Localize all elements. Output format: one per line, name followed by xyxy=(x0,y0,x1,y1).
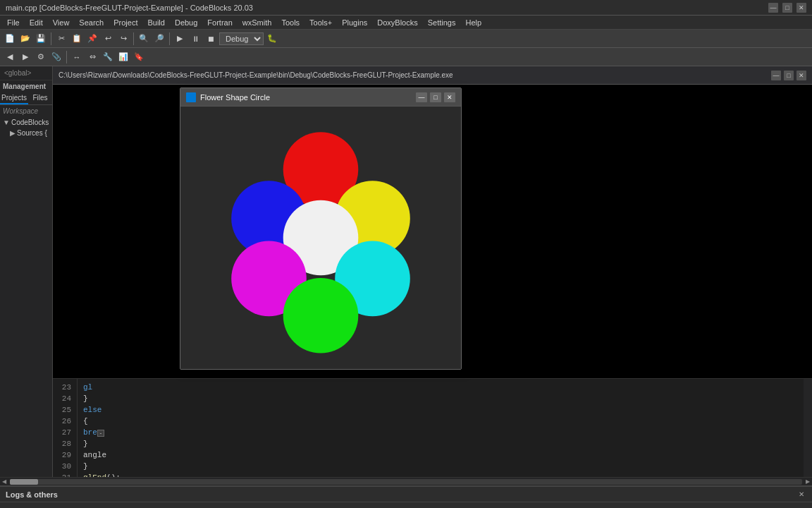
tb2-icon-7[interactable]: 🔧 xyxy=(101,50,115,64)
collapse-btn-27[interactable]: - xyxy=(97,430,104,437)
tb2-icon-4[interactable]: 📎 xyxy=(49,50,63,64)
logs-title: Logs & others ✕ xyxy=(0,487,812,502)
menu-item-fortran[interactable]: Fortran xyxy=(203,18,236,28)
code-panel: 23 24 25 26 27 28 29 30 31 gl } else xyxy=(53,378,812,477)
debug-select[interactable]: Debug xyxy=(219,32,264,45)
redo-icon[interactable]: ↪ xyxy=(116,32,130,46)
tb2-icon-9[interactable]: 🔖 xyxy=(132,50,146,64)
flower-title-bar[interactable]: Flower Shape Circle — □ ✕ xyxy=(180,88,461,107)
line-num-31: 31 xyxy=(53,472,71,477)
sources-tree-item[interactable]: ▶ Sources { xyxy=(0,128,52,138)
line-num-25: 25 xyxy=(53,404,71,416)
open-file-icon[interactable]: 📂 xyxy=(18,32,32,46)
scroll-left-btn[interactable]: ◀ xyxy=(0,478,8,486)
projects-tab[interactable]: Projects xyxy=(0,92,28,104)
left-panel: <global> Management Projects Files Works… xyxy=(0,66,53,477)
code-line-31: glEnd(); xyxy=(83,472,798,477)
scroll-right-btn[interactable]: ▶ xyxy=(804,478,812,486)
title-bar-text: main.cpp [CodeBlocks-FreeGLUT-Project-Ex… xyxy=(6,4,253,12)
h-scroll-thumb[interactable] xyxy=(10,479,38,485)
line-num-26: 26 xyxy=(53,416,71,427)
menu-item-view[interactable]: View xyxy=(49,18,74,28)
flower-minimize[interactable]: — xyxy=(416,92,427,102)
flower-svg xyxy=(204,118,437,358)
flower-title-text: Flower Shape Circle xyxy=(200,93,416,102)
run-icon[interactable]: ▶ xyxy=(173,32,187,46)
code-line-23: gl xyxy=(83,382,798,393)
editor-area: oat glTranslatefZ, int red, C:\Users\Riz… xyxy=(53,66,812,477)
tb2-icon-3[interactable]: ⚙ xyxy=(34,50,48,64)
line-num-28: 28 xyxy=(53,438,71,449)
toolbar2: ◀ ▶ ⚙ 📎 ↔ ⇔ 🔧 📊 🔖 xyxy=(0,48,812,66)
codeblocks-tree-item[interactable]: ▼ CodeBlocks xyxy=(0,117,52,128)
global-label: <global> xyxy=(0,66,52,80)
stop-icon[interactable]: ⏹ xyxy=(204,32,218,46)
line-num-24: 24 xyxy=(53,393,71,404)
flower-app-icon xyxy=(186,92,196,102)
tb2-icon-6[interactable]: ⇔ xyxy=(85,50,99,64)
files-tab[interactable]: Files xyxy=(28,92,52,104)
code-line-27: bre- xyxy=(83,427,798,438)
toolbar-sep-2 xyxy=(133,32,134,45)
menu-item-tools[interactable]: Tools xyxy=(277,18,304,28)
debug-icon[interactable]: 🐛 xyxy=(265,32,279,46)
tb2-icon-8[interactable]: 📊 xyxy=(116,50,130,64)
menu-item-wxsmith[interactable]: wxSmith xyxy=(238,18,276,28)
output-minimize[interactable]: — xyxy=(771,71,781,80)
cut-icon[interactable]: ✂ xyxy=(54,32,68,46)
title-bar-controls: — □ ✕ xyxy=(768,3,806,13)
menu-item-search[interactable]: Search xyxy=(75,18,108,28)
menu-item-tools+[interactable]: Tools+ xyxy=(305,18,336,28)
menu-item-debug[interactable]: Debug xyxy=(171,18,202,28)
minimize-button[interactable]: — xyxy=(768,3,778,13)
output-maximize[interactable]: □ xyxy=(784,71,794,80)
code-line-24: } xyxy=(83,393,798,404)
copy-icon[interactable]: 📋 xyxy=(70,32,84,46)
menu-bar: FileEditViewSearchProjectBuildDebugFortr… xyxy=(0,16,812,30)
menu-item-plugins[interactable]: Plugins xyxy=(338,18,371,28)
tb2-icon-1[interactable]: ◀ xyxy=(3,50,17,64)
tabs-row: Projects Files xyxy=(0,92,52,105)
line-num-27: 27 xyxy=(53,427,71,438)
new-file-icon[interactable]: 📄 xyxy=(3,32,17,46)
flower-controls: — □ ✕ xyxy=(416,92,455,102)
flower-close[interactable]: ✕ xyxy=(444,92,455,102)
toolbar: 📄 📂 💾 ✂ 📋 📌 ↩ ↪ 🔍 🔎 ▶ ⏸ ⏹ Debug 🐛 xyxy=(0,30,812,48)
code-line-29: angle xyxy=(83,449,798,461)
code-content-panel[interactable]: gl } else { bre- } angle } xyxy=(78,379,804,477)
sources-arrow: ▶ xyxy=(10,129,16,137)
paste-icon[interactable]: 📌 xyxy=(85,32,99,46)
menu-item-project[interactable]: Project xyxy=(109,18,142,28)
menu-item-help[interactable]: Help xyxy=(461,18,486,28)
output-controls: — □ ✕ xyxy=(771,71,806,80)
toolbar-sep-3 xyxy=(169,32,170,45)
flower-maximize[interactable]: □ xyxy=(430,92,441,102)
menu-item-settings[interactable]: Settings xyxy=(424,18,460,28)
pause-icon[interactable]: ⏸ xyxy=(188,32,202,46)
toolbar-sep-1 xyxy=(51,32,51,45)
line-num-23: 23 xyxy=(53,382,71,393)
tb2-icon-5[interactable]: ↔ xyxy=(70,50,84,64)
menu-item-file[interactable]: File xyxy=(3,18,24,28)
menu-item-doxyblocks[interactable]: DoxyBlocks xyxy=(373,18,422,28)
scrollbar-right[interactable] xyxy=(804,379,812,477)
flower-canvas xyxy=(180,107,461,369)
menu-item-edit[interactable]: Edit xyxy=(25,18,47,28)
zoom-icon[interactable]: 🔎 xyxy=(152,32,166,46)
logs-close-btn[interactable]: ✕ xyxy=(796,490,806,500)
codeblocks-arrow: ▼ xyxy=(3,119,10,126)
sources-label: Sources { xyxy=(17,129,47,137)
maximize-button[interactable]: □ xyxy=(782,3,792,13)
h-scroll-track[interactable] xyxy=(10,479,802,485)
undo-icon[interactable]: ↩ xyxy=(101,32,115,46)
output-close[interactable]: ✕ xyxy=(796,71,806,80)
save-icon[interactable]: 💾 xyxy=(34,32,48,46)
close-button[interactable]: ✕ xyxy=(796,3,806,13)
tb2-icon-2[interactable]: ▶ xyxy=(18,50,32,64)
code-line-30: } xyxy=(83,461,798,472)
find-icon[interactable]: 🔍 xyxy=(137,32,151,46)
h-scrollbar: ◀ ▶ xyxy=(0,477,812,485)
code-line-25: else xyxy=(83,404,798,416)
menu-item-build[interactable]: Build xyxy=(143,18,168,28)
logs-tabs: 📝 Code::Blocks✕ 🔍 Search results✕ Cccc✕ … xyxy=(0,502,812,508)
